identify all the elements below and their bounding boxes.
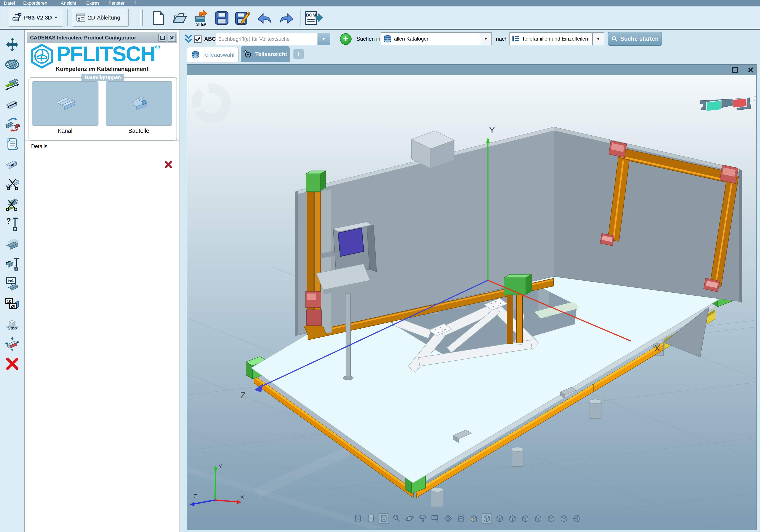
details-header: Details xyxy=(25,140,179,152)
measure-channel-icon[interactable] xyxy=(3,75,22,94)
ghost-channel-icon[interactable] xyxy=(3,235,22,253)
scope-dropdown-arrow[interactable]: ▼ xyxy=(592,33,604,45)
details-clear-button[interactable] xyxy=(165,161,172,169)
panel-restore-button[interactable] xyxy=(158,34,166,42)
view-box-1-icon[interactable] xyxy=(495,513,505,524)
open-button[interactable] xyxy=(171,10,189,26)
screen-capture-icon[interactable] xyxy=(430,513,440,524)
svg-text:STEP: STEP xyxy=(196,22,206,26)
view-box-6-icon[interactable] xyxy=(559,513,569,524)
menu-item-exportieren[interactable]: Exportieren xyxy=(23,0,47,6)
orbit-icon[interactable] xyxy=(404,513,415,524)
maximize-button[interactable] xyxy=(731,66,738,73)
toolbar-grip[interactable] xyxy=(2,10,4,26)
group-label: Kanal xyxy=(32,128,98,134)
menu-item-ansicht[interactable]: Ansicht xyxy=(61,0,76,6)
brand-name: PFLITSCH® xyxy=(56,42,159,66)
panel-title: CADENAS Interactive Product Configurator xyxy=(30,35,158,41)
cut-bundle-icon[interactable] xyxy=(3,195,22,214)
save-button[interactable] xyxy=(213,10,231,26)
channel-hole-icon[interactable] xyxy=(3,155,22,173)
part-view-cube-icon xyxy=(243,50,253,59)
new-document-button[interactable] xyxy=(149,10,167,26)
save-edit-icon xyxy=(235,11,250,25)
rotate-bundle-icon[interactable] xyxy=(3,55,22,74)
svg-text:Z: Z xyxy=(194,493,197,499)
cylinder-measure-icon[interactable] xyxy=(456,513,466,524)
box-cut-icon[interactable] xyxy=(469,513,479,524)
view-box-7-icon[interactable] xyxy=(572,513,582,524)
move-icon[interactable] xyxy=(3,35,22,54)
turntable-icon[interactable] xyxy=(417,513,428,524)
search-icon xyxy=(611,36,618,42)
cut-channel-icon[interactable] xyxy=(3,175,22,193)
cylinder-selected-icon[interactable] xyxy=(379,513,389,524)
toolbar-grip[interactable] xyxy=(133,10,135,26)
left-tool-strip: ?541020Step xyxy=(0,30,25,532)
menu-item-help[interactable]: ? xyxy=(134,0,136,6)
caliper-question-icon[interactable]: ? xyxy=(3,215,22,233)
3d-canvas[interactable]: Y X Z Y X xyxy=(187,75,756,529)
view-box-3-icon[interactable] xyxy=(520,513,531,524)
menu-item-fenster[interactable]: Fenster xyxy=(109,0,125,6)
toolbar-grip[interactable] xyxy=(140,10,143,26)
catalog-combobox[interactable]: allen Katalogen ▼ xyxy=(381,32,492,45)
view-toolbar xyxy=(353,513,582,524)
search-field-group: ▼ xyxy=(215,33,330,45)
search-input[interactable] xyxy=(216,33,317,45)
redo-button[interactable] xyxy=(277,10,295,26)
step-import-button[interactable]: STEP xyxy=(192,10,210,26)
model-selector-label: PS3-V2 3D xyxy=(24,14,52,21)
fulltext-checkbox[interactable] xyxy=(194,35,202,43)
script-icon[interactable] xyxy=(3,135,22,154)
viewport-area: Y X Z Y X xyxy=(180,62,760,532)
nach-label: nach xyxy=(496,36,507,42)
configurator-panel: CADENAS Interactive Product Configurator… xyxy=(25,30,180,532)
label-54-icon[interactable]: 54 xyxy=(3,275,22,293)
view-box-2-icon[interactable] xyxy=(507,513,518,524)
add-search-term-button[interactable]: + xyxy=(340,33,352,45)
group-thumbnail-kanal[interactable] xyxy=(32,81,98,126)
channel-length-icon[interactable] xyxy=(3,95,22,114)
undo-button[interactable] xyxy=(256,10,274,26)
catalog-dropdown-arrow[interactable]: ▼ xyxy=(480,33,492,45)
box-selected-icon[interactable] xyxy=(482,513,492,524)
view-box-5-icon[interactable] xyxy=(546,513,556,524)
group-label: Bauteile xyxy=(106,128,172,134)
svg-text:20: 20 xyxy=(11,304,15,309)
view-box-4-icon[interactable] xyxy=(533,513,543,524)
viewport-titlebar xyxy=(187,65,756,75)
part-selection-icon xyxy=(191,50,200,59)
derive-2d-button[interactable]: 2D-Ableitung xyxy=(72,9,129,26)
cylinder-wireframe-icon[interactable] xyxy=(353,513,363,524)
menu-item-datei[interactable]: Datei xyxy=(4,0,15,6)
model-selector-button[interactable]: PS3-V2 3D ▼ xyxy=(9,9,63,26)
search-history-dropdown[interactable]: ▼ xyxy=(317,33,330,45)
step-box-icon[interactable]: Step xyxy=(3,315,22,333)
label-10-20-icon[interactable]: 1020 xyxy=(3,295,22,313)
red-x-icon xyxy=(165,161,172,169)
move-channel-icon[interactable] xyxy=(3,335,22,353)
save-as-button[interactable] xyxy=(233,10,252,26)
mesh-cube-icon[interactable] xyxy=(443,513,453,524)
scope-combobox[interactable]: Teilefamilien und Einzelteilen ▼ xyxy=(509,32,604,45)
close-button[interactable] xyxy=(747,66,754,73)
expand-search-icon[interactable] xyxy=(184,34,192,44)
tab-teileansicht[interactable]: Teileansicht xyxy=(241,46,290,62)
zoom-icon[interactable] xyxy=(392,513,402,524)
swap-parts-icon[interactable] xyxy=(3,115,22,134)
start-search-button[interactable]: Suche starten xyxy=(608,32,662,46)
bom-export-button[interactable]: BOM xyxy=(305,10,323,26)
dimension-caliper-icon[interactable] xyxy=(3,255,22,273)
catalog-value: allen Katalogen xyxy=(394,36,480,42)
cylinder-solid-icon[interactable] xyxy=(366,513,376,524)
viewport-window: Y X Z Y X xyxy=(187,64,757,530)
new-document-icon xyxy=(152,11,165,25)
delete-icon[interactable] xyxy=(3,355,22,373)
scope-value: Teilefamilien und Einzelteilen xyxy=(522,36,592,42)
add-tab-button[interactable]: + xyxy=(294,49,304,59)
group-thumbnail-bauteile[interactable] xyxy=(106,81,172,126)
menu-item-extras[interactable]: Extras xyxy=(86,0,100,6)
tab-teileauswahl[interactable]: Teileauswahl xyxy=(187,47,239,62)
panel-close-button[interactable] xyxy=(168,34,176,42)
